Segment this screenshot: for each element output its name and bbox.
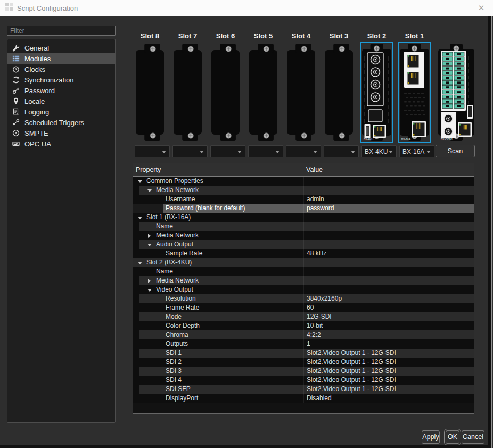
collapse-arrow-icon[interactable] [148, 279, 151, 283]
sidebar-item-clocks[interactable]: Clocks [7, 64, 115, 74]
table-row-slot-1-bx-16a[interactable]: Slot 1 (BX-16A) [133, 213, 474, 222]
table-row-audio-output[interactable]: Audio Output [133, 240, 474, 249]
value-cell[interactable]: Slot2.Video Output 1 - 12G-SDI [303, 349, 474, 358]
value-cell[interactable] [303, 276, 474, 285]
value-cell[interactable] [303, 285, 474, 294]
expand-arrow-icon[interactable] [138, 262, 142, 264]
value-cell[interactable]: 12G-SDI [303, 312, 474, 321]
table-row-displayport[interactable]: DisplayPortDisabled [133, 394, 474, 403]
sidebar-item-synchronization[interactable]: Synchronization [7, 74, 115, 85]
value-cell[interactable] [303, 186, 474, 195]
table-row-sdi-sfp[interactable]: SDI SFPSlot2.Video Output 1 - 12G-SDI [133, 385, 474, 394]
value-cell[interactable] [303, 240, 474, 249]
slot-7-module-select[interactable] [172, 145, 208, 157]
value-cell[interactable]: Slot2.Video Output 1 - 12G-SDI [303, 358, 474, 367]
slot-module-blank[interactable] [248, 44, 278, 143]
apply-button[interactable]: Apply [422, 430, 440, 444]
value-cell[interactable]: admin [303, 195, 474, 204]
table-row-resolution[interactable]: Resolution3840x2160p [133, 294, 474, 303]
slot-module-blank[interactable] [172, 44, 203, 143]
table-row-name[interactable]: Name [133, 222, 474, 231]
slot-1-module-select[interactable]: BX-16A [399, 145, 434, 157]
expand-arrow-icon[interactable] [138, 217, 142, 219]
value-cell[interactable]: Slot2.Video Output 1 - 12G-SDI [303, 367, 474, 376]
sidebar-item-locale[interactable]: Locale [7, 96, 115, 106]
table-row-media-network[interactable]: Media Network [133, 186, 474, 195]
slot-8-module-select[interactable] [135, 145, 170, 157]
close-icon[interactable]: ✕ [476, 3, 487, 13]
slot-2-module-select[interactable]: BX-4KU [361, 145, 397, 157]
property-cell: SDI 3 [133, 367, 303, 376]
sidebar-item-logging[interactable]: Logging [7, 106, 115, 117]
filter-input[interactable] [7, 26, 116, 36]
slot-module-bx-4ku[interactable]: BX-4KU [361, 44, 392, 143]
value-cell[interactable]: Slot2.Video Output 1 - 12G-SDI [303, 385, 474, 394]
slot-module-blank[interactable] [210, 44, 241, 143]
chevron-down-icon [162, 151, 166, 153]
screw-icon [226, 133, 231, 138]
table-row-sdi-2[interactable]: SDI 2Slot2.Video Output 1 - 12G-SDI [133, 358, 474, 367]
property-cell: SDI 4 [133, 376, 303, 385]
value-cell[interactable]: 1 [303, 339, 474, 349]
value-cell[interactable] [303, 213, 474, 222]
scan-button[interactable]: Scan [436, 145, 475, 157]
value-cell[interactable] [303, 222, 474, 231]
value-cell[interactable]: password [303, 204, 474, 213]
micro-usb-port-icon [467, 105, 473, 119]
slot-3-module-select[interactable] [324, 145, 359, 157]
clock-icon [12, 65, 20, 73]
slot-module-blank[interactable] [286, 44, 316, 143]
slot-4-module-select[interactable] [286, 145, 321, 157]
value-cell[interactable]: Disabled [303, 394, 474, 403]
expand-arrow-icon[interactable] [138, 180, 142, 183]
value-cell[interactable]: 4:2:2 [303, 330, 474, 339]
table-row-frame-rate[interactable]: Frame Rate60 [133, 303, 474, 312]
table-row-mode[interactable]: Mode12G-SDI [133, 312, 474, 321]
table-row-media-network[interactable]: Media Network [133, 231, 474, 240]
value-cell[interactable] [303, 258, 474, 267]
table-row-sdi-1[interactable]: SDI 1Slot2.Video Output 1 - 12G-SDI [133, 349, 474, 358]
table-row-sample-rate[interactable]: Sample Rate48 kHz [133, 249, 474, 258]
value-cell[interactable]: Slot2.Video Output 1 - 12G-SDI [303, 376, 474, 385]
chevron-down-icon [426, 151, 431, 153]
value-cell[interactable]: 60 [303, 303, 474, 312]
ok-button[interactable]: OK [446, 430, 459, 444]
value-cell[interactable] [303, 231, 474, 240]
sidebar-item-smpte[interactable]: SMPTE [7, 128, 115, 138]
table-row-color-depth[interactable]: Color Depth10-bit [133, 321, 474, 330]
table-row-slot-2-bx-4ku[interactable]: Slot 2 (BX-4KU) [133, 258, 474, 267]
value-cell[interactable] [303, 177, 474, 186]
table-row-password-blank-for-default[interactable]: Password (blank for default)password [133, 204, 474, 213]
table-row-media-network[interactable]: Media Network [133, 276, 474, 285]
slot-module-blank[interactable] [135, 44, 165, 143]
table-row-chroma[interactable]: Chroma4:2:2 [133, 330, 474, 339]
sidebar-item-scheduled-triggers[interactable]: Scheduled Triggers [7, 117, 115, 128]
sidebar-item-password[interactable]: Password [7, 85, 115, 96]
table-row-video-output[interactable]: Video Output [133, 285, 474, 294]
expand-arrow-icon[interactable] [147, 244, 152, 246]
sidebar-item-general[interactable]: General [7, 43, 115, 53]
expand-arrow-icon[interactable] [147, 189, 152, 192]
slot-5-module-select[interactable] [248, 145, 283, 157]
property-table: Property Value Common PropertiesMedia Ne… [133, 163, 474, 414]
property-cell: Username [133, 195, 303, 204]
sidebar-item-opc-ua[interactable]: OPC UA [7, 138, 115, 149]
value-cell[interactable]: 3840x2160p [303, 294, 474, 303]
expand-arrow-icon[interactable] [147, 289, 152, 292]
table-row-sdi-3[interactable]: SDI 3Slot2.Video Output 1 - 12G-SDI [133, 367, 474, 376]
table-row-sdi-4[interactable]: SDI 4Slot2.Video Output 1 - 12G-SDI [133, 376, 474, 385]
slot-6-module-select[interactable] [210, 145, 245, 157]
value-cell[interactable]: 48 kHz [303, 249, 474, 258]
collapse-arrow-icon[interactable] [148, 234, 151, 238]
value-cell[interactable] [303, 267, 474, 276]
slot-module-bx-16a[interactable]: BX-16A [399, 44, 430, 143]
table-row-name[interactable]: Name [133, 267, 474, 276]
cancel-button[interactable]: Cancel [462, 430, 484, 444]
sidebar-item-modules[interactable]: Modules [7, 53, 115, 64]
table-row-username[interactable]: Usernameadmin [133, 195, 474, 204]
table-row-outputs[interactable]: Outputs1 [133, 339, 474, 349]
chevron-down-icon [200, 151, 204, 153]
table-row-common-properties[interactable]: Common Properties [133, 177, 474, 186]
value-cell[interactable]: 10-bit [303, 321, 474, 330]
slot-module-blank[interactable] [324, 44, 354, 143]
